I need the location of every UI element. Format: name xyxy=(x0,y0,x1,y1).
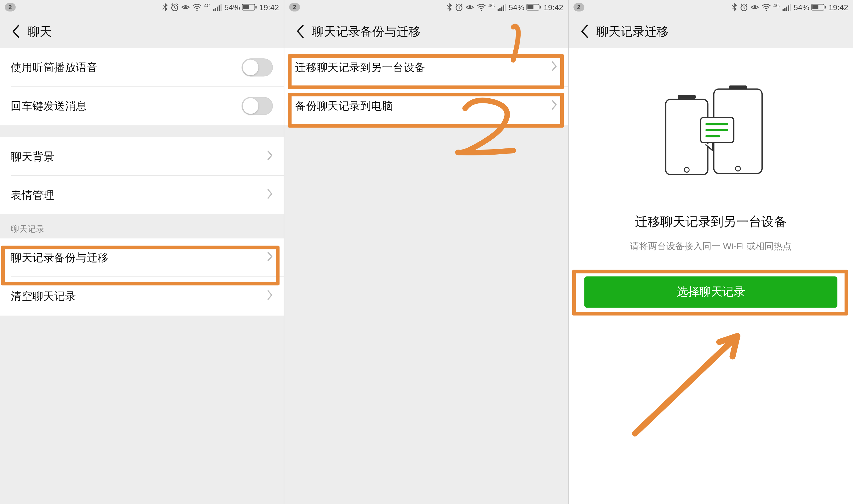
svg-rect-18 xyxy=(505,4,506,11)
row-label: 迁移聊天记录到另一台设备 xyxy=(295,60,551,75)
row-earpiece-audio[interactable]: 使用听筒播放语音 xyxy=(0,48,284,87)
battery-icon xyxy=(812,3,826,11)
svg-rect-15 xyxy=(500,8,501,11)
battery-percentage: 54% xyxy=(509,3,525,12)
row-backup-migrate[interactable]: 聊天记录备份与迁移 xyxy=(0,238,284,277)
network-type-label: 4G xyxy=(488,3,495,8)
battery-percentage: 54% xyxy=(794,3,809,12)
battery-icon xyxy=(242,3,257,11)
bluetooth-icon xyxy=(446,3,452,11)
battery-icon xyxy=(527,3,541,11)
wifi-icon xyxy=(476,3,486,11)
select-chats-button[interactable]: 选择聊天记录 xyxy=(584,276,837,308)
network-type-label: 4G xyxy=(774,3,780,8)
svg-rect-25 xyxy=(783,9,784,11)
chevron-left-icon xyxy=(296,24,304,39)
chevron-left-icon xyxy=(580,24,588,39)
svg-point-13 xyxy=(481,10,482,11)
wifi-icon xyxy=(761,3,771,11)
nav-header: 聊天记录迁移 xyxy=(569,15,853,48)
battery-percentage: 54% xyxy=(224,3,240,12)
svg-point-23 xyxy=(753,6,756,8)
chevron-right-icon xyxy=(267,150,273,163)
row-sticker-manage[interactable]: 表情管理 xyxy=(0,176,284,214)
clock-time: 19:42 xyxy=(259,3,279,12)
notification-count-badge: 2 xyxy=(573,3,584,11)
svg-rect-5 xyxy=(217,7,218,11)
signal-icon xyxy=(498,3,506,11)
row-chat-background[interactable]: 聊天背景 xyxy=(0,137,284,176)
svg-rect-21 xyxy=(540,6,541,8)
svg-point-2 xyxy=(196,10,197,11)
nav-header: 聊天记录备份与迁移 xyxy=(284,15,568,48)
svg-rect-37 xyxy=(729,86,747,89)
two-phones-illustration-icon xyxy=(654,85,768,183)
svg-rect-4 xyxy=(215,8,216,11)
svg-rect-10 xyxy=(256,6,257,8)
bluetooth-icon xyxy=(162,3,168,11)
svg-rect-29 xyxy=(790,4,791,11)
signal-icon xyxy=(783,3,791,11)
back-button[interactable] xyxy=(572,19,597,43)
back-button[interactable] xyxy=(3,19,28,43)
svg-rect-34 xyxy=(678,95,696,98)
svg-rect-9 xyxy=(244,5,249,10)
svg-rect-6 xyxy=(219,5,220,11)
eye-comfort-icon xyxy=(181,3,190,11)
clock-time: 19:42 xyxy=(829,3,848,12)
migrate-heading: 迁移聊天记录到另一台设备 xyxy=(635,213,787,230)
svg-rect-17 xyxy=(503,5,504,11)
chevron-right-icon xyxy=(551,61,557,74)
panel-backup-migrate: 2 4G 54% 19:42 聊天记录备份与迁移 迁移聊天记录到另一台 xyxy=(284,0,569,504)
row-migrate-to-device[interactable]: 迁移聊天记录到另一台设备 xyxy=(284,48,568,87)
row-enter-to-send[interactable]: 回车键发送消息 xyxy=(0,87,284,125)
chevron-right-icon xyxy=(267,188,273,201)
network-type-label: 4G xyxy=(204,3,210,8)
section-header-chat-records: 聊天记录 xyxy=(0,214,284,238)
row-label: 聊天背景 xyxy=(11,149,267,164)
svg-point-1 xyxy=(184,6,186,8)
alarm-icon xyxy=(740,3,748,11)
chevron-right-icon xyxy=(267,251,273,264)
row-label: 聊天记录备份与迁移 xyxy=(11,251,267,265)
row-clear-chat-records[interactable]: 清空聊天记录 xyxy=(0,277,284,316)
page-title: 聊天记录迁移 xyxy=(597,23,669,40)
eye-comfort-icon xyxy=(466,3,474,11)
status-bar: 2 4G 54% 19:42 xyxy=(284,0,568,15)
svg-rect-32 xyxy=(825,6,826,8)
svg-rect-7 xyxy=(220,4,222,11)
notification-count-badge: 2 xyxy=(5,3,15,11)
page-title: 聊天 xyxy=(28,23,52,40)
row-backup-to-computer[interactable]: 备份聊天记录到电脑 xyxy=(284,87,568,125)
wifi-icon xyxy=(192,3,201,11)
svg-rect-31 xyxy=(813,5,818,10)
migrate-subtext: 请将两台设备接入同一 Wi-Fi 或相同热点 xyxy=(630,241,792,252)
svg-rect-16 xyxy=(501,7,503,11)
svg-point-24 xyxy=(766,10,767,11)
migrate-content-area: 迁移聊天记录到另一台设备 请将两台设备接入同一 Wi-Fi 或相同热点 选择聊天… xyxy=(569,48,853,504)
svg-rect-27 xyxy=(786,7,787,11)
nav-header: 聊天 xyxy=(0,15,284,48)
chevron-left-icon xyxy=(12,24,20,39)
alarm-icon xyxy=(455,3,463,11)
back-button[interactable] xyxy=(288,19,312,43)
chevron-right-icon xyxy=(551,100,557,112)
row-label: 备份聊天记录到电脑 xyxy=(295,99,551,113)
status-bar: 2 4G 54% 19:42 xyxy=(569,0,853,15)
status-bar: 2 4G 54% 19:42 xyxy=(0,0,284,15)
svg-rect-14 xyxy=(498,9,499,11)
toggle-enter-to-send[interactable] xyxy=(242,97,273,115)
bluetooth-icon xyxy=(731,3,737,11)
button-label: 选择聊天记录 xyxy=(677,284,745,300)
alarm-icon xyxy=(170,3,179,11)
svg-rect-3 xyxy=(213,9,214,11)
panel-migrate: 2 4G 54% 19:42 聊天记录迁移 xyxy=(569,0,853,504)
svg-rect-20 xyxy=(528,5,533,10)
toggle-earpiece-audio[interactable] xyxy=(242,58,273,76)
page-title: 聊天记录备份与迁移 xyxy=(312,23,420,40)
notification-count-badge: 2 xyxy=(289,3,300,11)
svg-point-12 xyxy=(468,6,471,8)
signal-icon xyxy=(213,3,222,11)
row-label: 清空聊天记录 xyxy=(11,289,267,304)
panel-chat-settings: 2 4G 54% 19:42 聊天 使用听筒播放语音 xyxy=(0,0,284,504)
